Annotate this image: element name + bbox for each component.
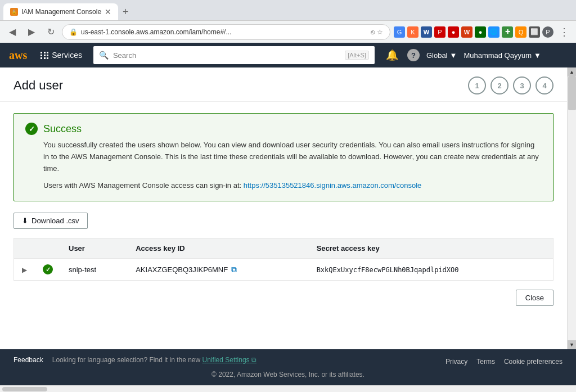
browser-chrome: IAM Management Console ✕ + ◀ ▶ ↻ 🔒 us-ea…	[0, 0, 576, 43]
new-tab-button[interactable]: +	[118, 4, 133, 20]
row-username: snip-test	[69, 265, 96, 274]
aws-navbar: aws Services 🔍 [Alt+S] 🔔 ? Global ▼ Muha…	[0, 43, 576, 67]
page-body: ✓ Success You successfully created the u…	[0, 102, 567, 326]
tab-title: IAM Management Console	[21, 8, 101, 16]
aws-search-bar[interactable]: 🔍 [Alt+S]	[93, 46, 375, 64]
row-secret-key-cell: BxkQExUxycfF8ecwPGLNh0BJqapdlpidXO0	[309, 259, 554, 281]
feedback-link[interactable]: Feedback	[14, 356, 43, 364]
help-icon[interactable]: ?	[407, 49, 420, 61]
address-text: us-east-1.console.aws.amazon.com/iam/hom…	[81, 28, 367, 36]
download-csv-button[interactable]: ⬇ Download .csv	[14, 213, 88, 229]
external-link-icon: ⧉	[251, 356, 256, 364]
ext-1[interactable]: K	[407, 26, 418, 38]
bell-icon[interactable]: 🔔	[386, 49, 398, 61]
table-body: ▶ ✓ snip-test AKIAXZGEQBQ3JIKP6MNF ⧉	[14, 259, 554, 281]
aws-logo-text: aws	[9, 49, 27, 62]
page-header: Add user 1 2 3 4	[0, 67, 567, 102]
cookie-prefs-link[interactable]: Cookie preferences	[504, 358, 562, 366]
grid-icon	[40, 52, 48, 59]
services-button[interactable]: Services	[36, 48, 87, 62]
footer-right-links: Privacy Terms Cookie preferences	[446, 358, 562, 366]
username-label: Muhammad Qayyum	[464, 51, 532, 60]
signin-info: Users with AWS Management Console access…	[43, 180, 542, 192]
region-label: Global	[426, 51, 448, 60]
action-row: ⬇ Download .csv	[14, 213, 554, 229]
table-row: ▶ ✓ snip-test AKIAXZGEQBQ3JIKP6MNF ⧉	[14, 259, 554, 281]
nav-icons: 🔔 ?	[386, 49, 420, 61]
main-content: Add user 1 2 3 4 ✓ Success You successfu…	[0, 67, 567, 349]
signin-url[interactable]: https://535135521846.signin.aws.amazon.c…	[244, 181, 422, 190]
ext-add[interactable]: ✚	[502, 26, 513, 38]
ext-3[interactable]: P	[434, 26, 446, 38]
row-user-cell: snip-test	[61, 259, 128, 281]
table-header: User Access key ID Secret access key	[14, 238, 554, 259]
row-success-icon: ✓	[43, 264, 53, 274]
forward-button[interactable]: ▶	[24, 24, 39, 40]
footer-copyright: © 2022, Amazon Web Services, Inc. or its…	[14, 371, 562, 379]
region-dropdown-arrow: ▼	[450, 51, 457, 60]
copy-access-key-button[interactable]: ⧉	[231, 265, 237, 274]
back-button[interactable]: ◀	[4, 24, 20, 40]
address-actions: ⎋ ☆	[371, 28, 383, 36]
step-1: 1	[468, 76, 486, 94]
ext-search[interactable]: Q	[515, 26, 526, 38]
download-label: Download .csv	[32, 217, 79, 225]
search-input[interactable]	[113, 51, 340, 60]
ext-2[interactable]: W	[421, 26, 432, 38]
horizontal-scrollbar[interactable]	[0, 385, 576, 392]
success-banner: ✓ Success You successfully created the u…	[14, 113, 554, 201]
ext-5[interactable]: W	[461, 26, 472, 38]
expand-arrow-icon[interactable]: ▶	[22, 266, 27, 274]
success-header: ✓ Success	[25, 123, 542, 135]
success-message: You successfully created the users shown…	[43, 139, 542, 174]
unified-settings-link[interactable]: Unified Settings ⧉	[202, 356, 256, 364]
user-menu[interactable]: Muhammad Qayyum ▼	[464, 51, 541, 60]
scroll-down-button[interactable]: ▼	[568, 340, 577, 349]
tab-close-button[interactable]: ✕	[105, 8, 111, 16]
search-icon: 🔍	[99, 51, 109, 60]
success-title: Success	[43, 123, 82, 135]
page-footer: Feedback Looking for language selection?…	[0, 349, 576, 385]
scroll-thumb[interactable]	[568, 76, 576, 110]
tab-favicon	[10, 8, 18, 16]
col-header-secret-key: Secret access key	[309, 238, 554, 259]
h-scroll-thumb[interactable]	[2, 387, 47, 391]
step-3: 3	[513, 76, 531, 94]
ext-6[interactable]: ●	[475, 26, 486, 38]
ext-profile[interactable]: P	[542, 26, 554, 38]
terms-link[interactable]: Terms	[476, 358, 495, 366]
browser-menu-button[interactable]: ⋮	[557, 25, 572, 39]
privacy-link[interactable]: Privacy	[446, 358, 467, 366]
bookmark-icon: ☆	[377, 28, 383, 36]
close-row: Close	[14, 281, 554, 315]
step-4: 4	[536, 76, 554, 94]
user-dropdown-arrow: ▼	[534, 51, 541, 60]
extensions-area: G K W P ● W ● 🌐 ✚ Q ⬜ P	[394, 26, 554, 38]
row-expand-cell: ▶	[14, 259, 35, 281]
step-indicators: 1 2 3 4	[468, 76, 554, 94]
col-header-status	[35, 238, 61, 259]
col-header-user: User	[61, 238, 128, 259]
reload-button[interactable]: ↻	[43, 24, 58, 40]
row-access-key-cell: AKIAXZGEQBQ3JIKP6MNF ⧉	[128, 259, 308, 281]
ext-translate[interactable]: G	[394, 26, 405, 38]
secret-key-value: BxkQExUxycfF8ecwPGLNh0BJqapdlpidXO0	[317, 266, 459, 274]
success-check-icon: ✓	[25, 123, 38, 135]
active-tab[interactable]: IAM Management Console ✕	[3, 3, 118, 20]
step-2: 2	[490, 76, 508, 94]
region-selector[interactable]: Global ▼	[426, 51, 457, 60]
close-button[interactable]: Close	[516, 290, 554, 306]
ext-sidebar[interactable]: ⬜	[529, 26, 540, 38]
ext-4[interactable]: ●	[448, 26, 459, 38]
vertical-scrollbar[interactable]: ▲ ▼	[567, 67, 576, 349]
address-bar[interactable]: 🔒 us-east-1.console.aws.amazon.com/iam/h…	[62, 24, 390, 40]
search-shortcut: [Alt+S]	[345, 51, 369, 60]
scroll-up-button[interactable]: ▲	[568, 67, 577, 76]
tab-bar: IAM Management Console ✕ +	[0, 0, 576, 20]
unified-settings-label: Unified Settings	[202, 356, 250, 364]
footer-top-row: Feedback Looking for language selection?…	[14, 356, 562, 367]
signin-prefix: Users with AWS Management Console access…	[43, 181, 244, 190]
access-key-value: AKIAXZGEQBQ3JIKP6MNF	[136, 265, 228, 274]
ext-globe[interactable]: 🌐	[488, 26, 500, 38]
row-status-cell: ✓	[35, 259, 61, 281]
